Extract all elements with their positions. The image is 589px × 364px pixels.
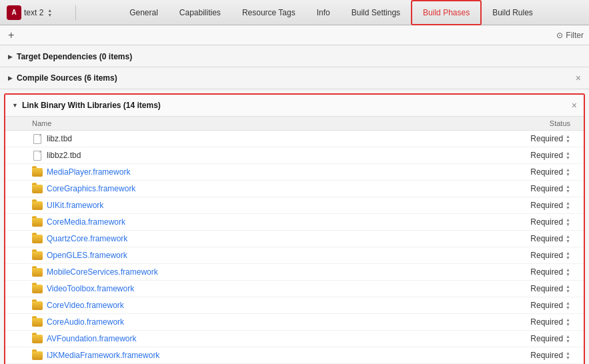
table-row[interactable]: CoreAudio.frameworkRequired▲▼	[5, 314, 584, 331]
status-text: Required	[530, 334, 563, 343]
table-row[interactable]: VideoToolbox.frameworkRequired▲▼	[5, 281, 584, 297]
project-stepper[interactable]: ▲ ▼	[47, 8, 52, 17]
status-text: Required	[530, 167, 563, 177]
folder-icon	[32, 267, 43, 277]
triangle-icon: ▶	[8, 53, 13, 60]
table-row[interactable]: CoreGraphics.frameworkRequired▲▼	[5, 181, 584, 197]
lib-status: Required▲▼	[490, 134, 570, 143]
status-stepper[interactable]: ▲▼	[566, 267, 570, 277]
table-row[interactable]: MobileCoreServices.frameworkRequired▲▼	[5, 264, 584, 281]
lib-status: Required▲▼	[490, 184, 570, 193]
folder-icon	[32, 250, 43, 261]
tab-info[interactable]: Info	[306, 0, 341, 25]
status-stepper[interactable]: ▲▼	[566, 151, 570, 160]
table-row[interactable]: libz.tbdRequired▲▼	[5, 131, 584, 147]
col-name-header: Name	[32, 119, 490, 127]
status-stepper[interactable]: ▲▼	[566, 317, 570, 327]
compile-sources-close-button[interactable]: ×	[576, 73, 581, 83]
tab-capabilities[interactable]: Capabilities	[169, 0, 231, 25]
lib-status: Required▲▼	[490, 217, 570, 227]
main-content: ▶ Target Dependencies (0 items) ▶ Compil…	[0, 45, 589, 364]
lib-status: Required▲▼	[490, 334, 570, 343]
folder-icon	[32, 333, 43, 344]
lib-name: MobileCoreServices.framework	[47, 267, 490, 277]
status-stepper[interactable]: ▲▼	[566, 301, 570, 310]
folder-icon	[32, 350, 43, 361]
triangle-icon: ▶	[8, 75, 13, 81]
link-binary-title: Link Binary With Libraries (14 items)	[22, 101, 161, 110]
status-stepper[interactable]: ▲▼	[566, 167, 570, 177]
link-binary-header[interactable]: ▼ Link Binary With Libraries (14 items) …	[5, 95, 584, 117]
lib-status: Required▲▼	[490, 267, 570, 277]
project-selector[interactable]: A text 2 ▲ ▼	[3, 5, 76, 20]
filter-label: Filter	[566, 31, 584, 40]
link-binary-close-button[interactable]: ×	[572, 100, 577, 111]
status-stepper[interactable]: ▲▼	[566, 217, 570, 227]
table-row[interactable]: UIKit.frameworkRequired▲▼	[5, 197, 584, 214]
table-row[interactable]: QuartzCore.frameworkRequired▲▼	[5, 231, 584, 247]
table-row[interactable]: CoreVideo.frameworkRequired▲▼	[5, 297, 584, 314]
project-name: text 2	[24, 8, 43, 17]
tab-build-rules[interactable]: Build Rules	[482, 0, 544, 25]
folder-icon	[32, 183, 43, 194]
lib-status: Required▲▼	[490, 151, 570, 160]
status-text: Required	[530, 317, 563, 327]
xcode-icon: A	[7, 5, 21, 20]
status-stepper[interactable]: ▲▼	[566, 251, 570, 260]
status-stepper[interactable]: ▲▼	[566, 134, 570, 143]
status-stepper[interactable]: ▲▼	[566, 201, 570, 210]
file-icon	[32, 133, 43, 144]
folder-icon	[32, 300, 43, 311]
tab-resource-tags[interactable]: Resource Tags	[231, 0, 306, 25]
status-stepper[interactable]: ▲▼	[566, 351, 570, 360]
table-row[interactable]: OpenGLES.frameworkRequired▲▼	[5, 247, 584, 264]
status-text: Required	[530, 234, 563, 243]
tab-build-phases[interactable]: Build Phases	[411, 0, 482, 25]
lib-status: Required▲▼	[490, 351, 570, 360]
stepper-down-icon: ▼	[47, 13, 52, 17]
add-button[interactable]: +	[5, 29, 17, 41]
lib-name: QuartzCore.framework	[47, 234, 490, 243]
table-row[interactable]: IJKMediaFramework.frameworkRequired▲▼	[5, 347, 584, 364]
tab-general[interactable]: General	[119, 0, 169, 25]
status-text: Required	[530, 217, 563, 227]
status-text: Required	[530, 201, 563, 210]
table-row[interactable]: MediaPlayer.frameworkRequired▲▼	[5, 164, 584, 181]
link-binary-triangle-icon: ▼	[12, 102, 18, 109]
lib-name: libz.tbd	[47, 134, 490, 143]
folder-icon	[32, 283, 43, 294]
lib-name: VideoToolbox.framework	[47, 284, 490, 293]
filter-button[interactable]: ⊙ Filter	[556, 31, 584, 40]
lib-status: Required▲▼	[490, 201, 570, 210]
status-text: Required	[530, 284, 563, 293]
link-binary-section: ▼ Link Binary With Libraries (14 items) …	[4, 93, 585, 364]
compile-sources-section[interactable]: ▶ Compile Sources (6 items) ×	[0, 67, 589, 89]
stepper-up-icon: ▲	[47, 8, 52, 13]
lib-name: CoreMedia.framework	[47, 217, 490, 227]
tab-build-settings[interactable]: Build Settings	[341, 0, 411, 25]
lib-name: AVFoundation.framework	[47, 334, 490, 343]
status-text: Required	[530, 134, 563, 143]
status-text: Required	[530, 351, 563, 360]
status-stepper[interactable]: ▲▼	[566, 184, 570, 193]
lib-status: Required▲▼	[490, 301, 570, 310]
compile-sources-title: Compile Sources (6 items)	[17, 73, 117, 83]
status-stepper[interactable]: ▲▼	[566, 234, 570, 243]
status-stepper[interactable]: ▲▼	[566, 334, 570, 343]
table-row[interactable]: CoreMedia.frameworkRequired▲▼	[5, 214, 584, 231]
status-stepper[interactable]: ▲▼	[566, 284, 570, 293]
lib-name: CoreAudio.framework	[47, 317, 490, 327]
lib-name: CoreVideo.framework	[47, 301, 490, 310]
target-dependencies-title: Target Dependencies (0 items)	[17, 52, 132, 61]
lib-name: CoreGraphics.framework	[47, 184, 490, 193]
target-dependencies-section[interactable]: ▶ Target Dependencies (0 items)	[0, 47, 589, 67]
toolbar: + ⊙ Filter	[0, 25, 589, 45]
table-row[interactable]: AVFoundation.frameworkRequired▲▼	[5, 331, 584, 347]
table-row[interactable]: libbz2.tbdRequired▲▼	[5, 147, 584, 164]
lib-name: OpenGLES.framework	[47, 251, 490, 260]
lib-table-header: Name Status	[5, 117, 584, 131]
file-icon	[32, 150, 43, 161]
folder-icon	[32, 217, 43, 227]
lib-name: MediaPlayer.framework	[47, 167, 490, 177]
lib-status: Required▲▼	[490, 284, 570, 293]
